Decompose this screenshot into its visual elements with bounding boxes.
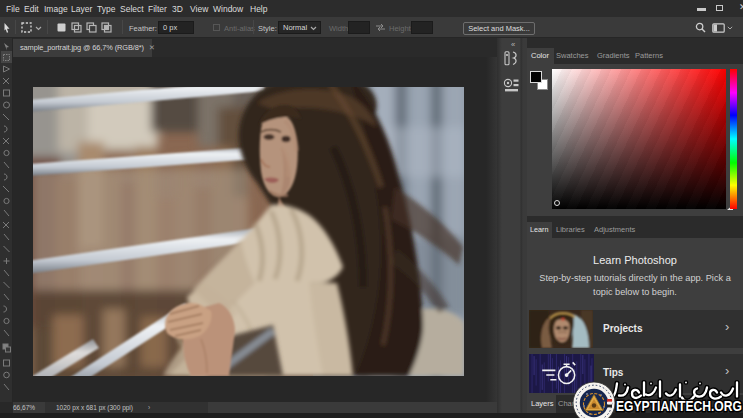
svg-text:EGYPTIANTECH.ORG: EGYPTIANTECH.ORG [616,398,742,414]
